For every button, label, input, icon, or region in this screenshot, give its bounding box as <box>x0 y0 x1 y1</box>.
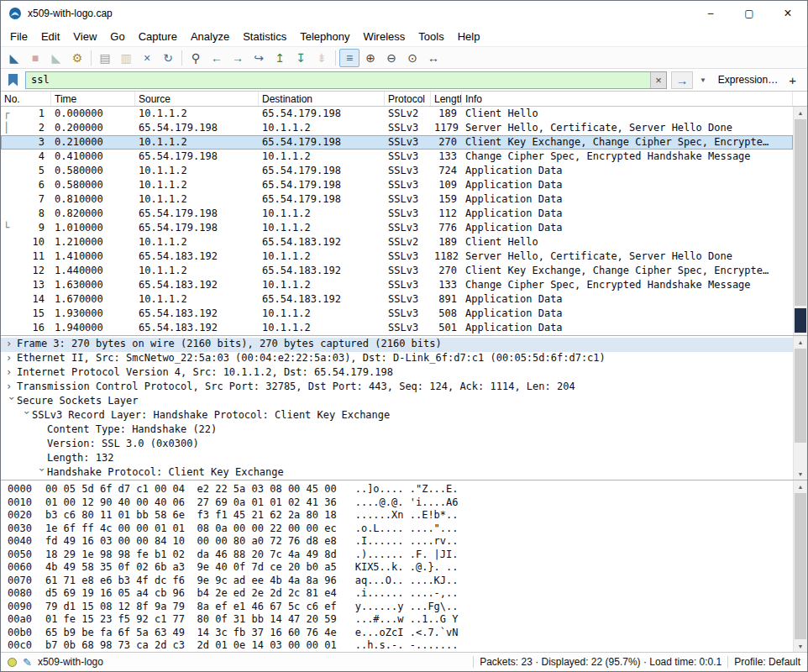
menu-item-wireless[interactable]: Wireless <box>356 28 412 45</box>
resize-columns-icon[interactable]: ↔ <box>423 49 443 67</box>
detail-line[interactable]: ›Secure Sockets Layer <box>1 395 793 409</box>
zoom-original-icon[interactable]: ⊙ <box>402 49 422 67</box>
hex-line[interactable]: 009079 d1 15 08 12 8f 9a 79 8a ef e1 46 … <box>1 601 807 614</box>
hex-line[interactable]: 005018 29 1e 98 98 fe b1 02 da 46 88 20 … <box>1 549 807 562</box>
hex-line[interactable]: 00604b 49 58 35 0f 02 6b a3 9e 40 0f 7d … <box>1 561 807 575</box>
detail-line[interactable]: ›Handshake Protocol: Client Key Exchange <box>1 466 793 480</box>
apply-filter-icon[interactable]: → <box>671 71 693 89</box>
detail-line[interactable]: Version: SSL 3.0 (0x0300) <box>1 438 793 452</box>
hex-line[interactable]: 0040fd 49 16 03 00 00 84 10 00 00 80 a0 … <box>1 535 807 549</box>
hex-line[interactable]: 001001 00 12 90 40 00 40 06 27 69 0a 01 … <box>1 496 807 510</box>
column-header-info[interactable]: Info <box>462 92 793 106</box>
packet-row[interactable]: 50.58000010.1.1.265.54.179.198SSLv3724Ap… <box>1 164 793 178</box>
packet-row[interactable]: 70.81000010.1.1.265.54.179.198SSLv3159Ap… <box>1 192 793 207</box>
scrollbar-thumb[interactable] <box>795 493 806 639</box>
detail-line[interactable]: ›Ethernet II, Src: SmcNetwo_22:5a:03 (00… <box>1 352 793 366</box>
find-packet-icon[interactable]: ⚲ <box>186 49 206 67</box>
column-header-no[interactable]: No. <box>1 92 51 106</box>
expert-info-icon[interactable] <box>8 658 17 667</box>
packet-row[interactable]: 60.58000010.1.1.265.54.179.198SSLv3109Ap… <box>1 178 793 192</box>
add-filter-button[interactable]: + <box>787 73 803 87</box>
packet-row[interactable]: 111.41000065.54.183.19210.1.1.2SSLv31182… <box>1 249 793 264</box>
expand-arrow-icon[interactable]: › <box>21 410 33 421</box>
expand-arrow-icon[interactable]: › <box>6 338 17 349</box>
menu-item-statistics[interactable]: Statistics <box>236 28 293 45</box>
scroll-up-icon[interactable]: ▲ <box>794 336 807 348</box>
expand-arrow-icon[interactable]: › <box>6 396 18 407</box>
packet-row[interactable]: 80.82000065.54.179.19810.1.1.2SSLv3112Ap… <box>1 207 793 221</box>
hex-line[interactable]: 0080d5 69 19 16 05 a4 cb 96 b4 2e ed 2e … <box>1 587 807 601</box>
hex-line[interactable]: 00c0b7 0b 68 98 73 ca 2d c3 2d 01 0e 14 … <box>1 639 807 652</box>
open-file-icon[interactable]: ▤ <box>95 49 115 67</box>
maximize-button[interactable]: ▢ <box>730 1 769 26</box>
hex-scrollbar[interactable]: ▲ ▼ <box>793 480 807 652</box>
colorize-packets-icon[interactable]: ≡ <box>339 49 359 67</box>
minimize-button[interactable]: – <box>691 1 730 26</box>
packet-row[interactable]: ┌10.00000010.1.1.265.54.179.198SSLv2189C… <box>1 107 793 121</box>
bookmark-icon[interactable] <box>8 74 18 87</box>
expand-arrow-icon[interactable]: › <box>6 352 17 364</box>
detail-line[interactable]: Content Type: Handshake (22) <box>1 423 793 438</box>
column-header-time[interactable]: Time <box>51 92 135 106</box>
go-first-packet-icon[interactable]: ↥ <box>270 49 290 67</box>
packet-row[interactable]: │20.20000065.54.179.19810.1.1.2SSLv31179… <box>1 121 793 135</box>
display-filter-input[interactable] <box>26 74 650 86</box>
go-last-packet-icon[interactable]: ↧ <box>291 49 311 67</box>
close-file-icon[interactable]: × <box>137 49 157 67</box>
filter-dropdown-icon[interactable]: ▼ <box>697 76 709 84</box>
detail-line[interactable]: ›SSLv3 Record Layer: Handshake Protocol:… <box>1 409 793 423</box>
packet-row[interactable]: 30.21000010.1.1.265.54.179.198SSLv3270Cl… <box>1 135 793 150</box>
packet-row[interactable]: 40.41000065.54.179.19810.1.1.2SSLv3133Ch… <box>1 150 793 164</box>
status-profile[interactable]: Profile: Default <box>734 656 800 668</box>
restart-capture-icon[interactable]: ◣ <box>46 49 66 67</box>
scrollbar-thumb[interactable] <box>795 349 806 443</box>
packet-row[interactable]: 151.93000065.54.183.19210.1.1.2SSLv3508A… <box>1 307 793 321</box>
expand-arrow-icon[interactable]: › <box>36 467 48 478</box>
details-scrollbar[interactable]: ▲ ▼ <box>793 336 807 480</box>
menu-item-view[interactable]: View <box>66 28 103 45</box>
packet-row[interactable]: 141.67000010.1.1.265.54.183.192SSLv3891A… <box>1 292 793 307</box>
packet-row[interactable]: 161.94000065.54.183.19210.1.1.2SSLv3501A… <box>1 321 793 335</box>
packet-row[interactable]: └91.01000065.54.179.19810.1.1.2SSLv3776A… <box>1 221 793 235</box>
detail-line[interactable]: ›Frame 3: 270 bytes on wire (2160 bits),… <box>1 338 793 352</box>
scroll-down-icon[interactable]: ▼ <box>794 640 807 652</box>
close-button[interactable]: × <box>769 1 807 26</box>
hex-line[interactable]: 00301e 6f ff 4c 00 00 01 01 08 0a 00 00 … <box>1 522 807 536</box>
expand-arrow-icon[interactable]: › <box>6 366 17 378</box>
scrollbar-thumb[interactable] <box>795 119 806 306</box>
capture-comment-icon[interactable]: ✎ <box>23 656 32 669</box>
menu-item-file[interactable]: File <box>3 28 34 45</box>
stop-capture-icon[interactable]: ■ <box>25 49 45 67</box>
go-to-packet-icon[interactable]: ↪ <box>249 49 269 67</box>
detail-line[interactable]: ›Transmission Control Protocol, Src Port… <box>1 381 793 395</box>
hex-line[interactable]: 0020b3 c6 80 11 01 bb 58 6e f3 f1 45 21 … <box>1 509 807 522</box>
go-back-icon[interactable]: ← <box>207 49 227 67</box>
menu-item-analyze[interactable]: Analyze <box>184 28 236 45</box>
column-header-source[interactable]: Source <box>135 92 259 106</box>
detail-line[interactable]: Length: 132 <box>1 452 793 466</box>
packet-row[interactable]: 121.44000010.1.1.265.54.183.192SSLv3270C… <box>1 264 793 278</box>
packet-list-scrollbar[interactable]: ▲ <box>793 107 807 335</box>
menu-item-help[interactable]: Help <box>451 28 487 45</box>
zoom-in-icon[interactable]: ⊕ <box>360 49 380 67</box>
expression-button[interactable]: Expression… <box>713 74 783 86</box>
scroll-down-icon[interactable]: ▼ <box>794 468 807 480</box>
start-capture-icon[interactable]: ◣ <box>4 49 24 67</box>
auto-scroll-icon[interactable]: ⇟ <box>312 49 332 67</box>
column-header-length[interactable]: Length <box>431 92 462 106</box>
scroll-up-icon[interactable]: ▲ <box>794 480 807 492</box>
capture-options-icon[interactable]: ⚙ <box>67 49 87 67</box>
hex-line[interactable]: 007061 71 e8 e6 b3 4f dc f6 9e 9c ad ee … <box>1 575 807 588</box>
hex-line[interactable]: 000000 05 5d 6f d7 c1 00 04 e2 22 5a 03 … <box>1 483 807 496</box>
hex-line[interactable]: 00a001 fe 15 23 f5 92 c1 77 80 0f 31 bb … <box>1 613 807 627</box>
menu-item-go[interactable]: Go <box>103 28 131 45</box>
go-forward-icon[interactable]: → <box>228 49 248 67</box>
save-file-icon[interactable]: ▥ <box>116 49 136 67</box>
zoom-out-icon[interactable]: ⊖ <box>381 49 401 67</box>
packet-row[interactable]: 101.21000010.1.1.265.54.183.192SSLv2189C… <box>1 235 793 249</box>
menu-item-capture[interactable]: Capture <box>132 28 184 45</box>
menu-item-tools[interactable]: Tools <box>412 28 450 45</box>
hex-line[interactable]: 00b065 b9 be fa 6f 5a 63 49 14 3c fb 37 … <box>1 627 807 640</box>
reload-file-icon[interactable]: ↻ <box>158 49 178 67</box>
column-header-destination[interactable]: Destination <box>259 92 385 106</box>
